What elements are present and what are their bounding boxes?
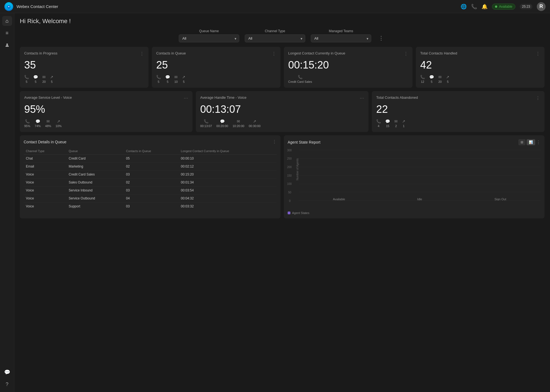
topbar: Webex Contact Center 🌐 📞 🔔 Available 25:… xyxy=(0,0,550,13)
avatar[interactable]: R xyxy=(537,2,546,11)
chart-menu[interactable]: ⋮ xyxy=(536,140,541,145)
avg-service-level-menu[interactable]: ⋯ xyxy=(184,95,188,101)
total-contacts-handled-menu[interactable]: ⋮ xyxy=(536,51,540,56)
tca-social-icon: ↗ xyxy=(402,119,405,124)
cell-contacts: 04 xyxy=(124,194,178,202)
row2-cards: Average Service Level - Voice ⋯ 95% 📞 95… xyxy=(20,91,544,132)
contact-details-title: Contact Details in Queue xyxy=(24,140,67,144)
avg-service-level-value: 95% xyxy=(24,103,188,115)
contacts-in-queue-card: Contacts in Queue ⋮ 25 📞 5 💬 5 ✉ 10 ↗ xyxy=(152,47,280,88)
col-queue: Queue xyxy=(67,148,124,155)
col-contacts-in-queue: Contacts in Queue xyxy=(124,148,178,155)
contact-details-card: Contact Details in Queue ⋮ Channel Type … xyxy=(20,135,280,218)
grid-line-250: 250 xyxy=(299,158,541,159)
managed-teams-select[interactable]: All xyxy=(311,34,371,42)
aht-voice-icon: 📞 xyxy=(204,119,208,124)
longest-contact-menu[interactable]: ⋮ xyxy=(404,51,408,56)
bell-icon[interactable]: 🔔 xyxy=(482,4,488,10)
channel-type-filter: Channel Type All xyxy=(245,29,305,42)
chart-bar-button[interactable]: 📊 xyxy=(527,139,535,145)
sidebar-item-home[interactable]: ⌂ xyxy=(2,16,12,26)
ciq-social-stat: ↗ 5 xyxy=(182,75,185,83)
cell-contacts: 02 xyxy=(124,163,178,171)
cell-queue: Support xyxy=(67,202,124,210)
cell-contacts: 05 xyxy=(124,155,178,163)
queue-name-select[interactable]: All xyxy=(179,34,239,42)
aht-email-icon: ✉ xyxy=(237,119,240,124)
email-icon: ✉ xyxy=(42,75,46,79)
tch-email-stat: ✉ 20 xyxy=(438,75,442,83)
tca-email-stat: ✉ 2 xyxy=(394,119,398,128)
aht-social-icon: ↗ xyxy=(253,119,256,124)
channel-type-select[interactable]: All xyxy=(245,34,305,42)
tca-chat-icon: 💬 xyxy=(385,119,390,124)
tch-email-icon: ✉ xyxy=(438,75,442,79)
app-title: Webex Contact Center xyxy=(16,4,457,9)
sidebar-item-contacts[interactable] xyxy=(2,40,12,50)
sidebar-item-help[interactable]: ? xyxy=(2,379,12,389)
status-label: Available xyxy=(499,5,512,9)
tch-chat-icon: 💬 xyxy=(429,75,434,79)
contact-details-menu[interactable]: ⋮ xyxy=(272,139,277,144)
sidebar-item-chat[interactable]: 💬 xyxy=(2,367,12,377)
table-row: Chat Credit Card 05 00:00:10 xyxy=(24,155,277,163)
social-value: 5 xyxy=(51,80,53,83)
tch-social-stat: ↗ 5 xyxy=(446,75,449,83)
main-content: Hi Rick, Welcome ! Queue Name All Channe… xyxy=(14,13,550,392)
contacts-in-progress-value: 35 xyxy=(24,59,144,71)
social-stat: ↗ 5 xyxy=(50,75,53,83)
sidebar-item-menu[interactable]: ≡ xyxy=(2,28,12,38)
queue-name-label: Queue Name xyxy=(179,29,239,33)
ciq-chat-value: 5 xyxy=(167,80,168,83)
total-contacts-abandoned-value: 22 xyxy=(376,103,540,115)
tca-chat-value: 15 xyxy=(386,124,389,128)
table-row: Voice Sales Outbound 02 00:01:34 xyxy=(24,179,277,187)
asl-social-pct: 10% xyxy=(56,124,62,128)
total-contacts-handled-card: Total Contacts Handled ⋮ 42 📞 12 💬 5 ✉ 2… xyxy=(416,47,544,88)
asl-email-icon: ✉ xyxy=(46,119,50,124)
phone-icon[interactable]: 📞 xyxy=(471,4,477,10)
asl-email-pct: 48% xyxy=(45,124,51,128)
globe-icon[interactable]: 🌐 xyxy=(461,4,467,10)
ciq-voice-icon: 📞 xyxy=(156,75,161,79)
contacts-in-progress-menu[interactable]: ⋮ xyxy=(140,51,144,56)
total-contacts-handled-value: 42 xyxy=(420,59,540,71)
ciq-email-stat: ✉ 10 xyxy=(174,75,178,83)
chart-toolbar: ⊞ 📊 ⋮ xyxy=(518,139,541,145)
avg-service-level-title: Average Service Level - Voice xyxy=(24,95,72,100)
cell-channel: Voice xyxy=(24,202,67,210)
contacts-in-progress-card: Contacts in Progress ⋮ 35 📞 5 💬 5 ✉ 20 xyxy=(20,47,148,88)
topbar-icons: 🌐 📞 🔔 Available 25:23 R xyxy=(461,2,546,11)
total-contacts-abandoned-menu[interactable]: ⋮ xyxy=(536,95,540,101)
managed-teams-label: Managed Teams xyxy=(311,29,371,33)
chart-grid-button[interactable]: ⊞ xyxy=(518,139,526,145)
cell-queue: Sales Outbound xyxy=(67,179,124,187)
asl-chat-stat: 💬 74% xyxy=(35,119,41,128)
asl-chat-icon: 💬 xyxy=(35,119,40,124)
contacts-in-queue-stats: 📞 5 💬 5 ✉ 10 ↗ 5 xyxy=(156,75,276,83)
avg-handle-time-value: 00:13:07 xyxy=(200,103,364,115)
avg-handle-time-menu[interactable]: ⋯ xyxy=(360,95,364,101)
total-contacts-abandoned-stats: 📞 4 💬 15 ✉ 2 ↗ 1 xyxy=(376,119,540,128)
asl-social-icon: ↗ xyxy=(57,119,60,124)
lc-queue-label: Credit Card Sales xyxy=(288,80,312,83)
cell-contacts: 03 xyxy=(124,202,178,210)
ciq-voice-value: 5 xyxy=(158,80,159,83)
filter-more-button[interactable]: ⋮ xyxy=(377,35,386,41)
svg-point-2 xyxy=(8,6,9,7)
tca-voice-value: 4 xyxy=(378,124,379,128)
contacts-in-queue-menu[interactable]: ⋮ xyxy=(272,51,276,56)
app-logo xyxy=(4,2,13,11)
agent-state-chart-card: Agent State Report ⊞ 📊 ⋮ Number of Agent… xyxy=(284,135,544,218)
status-pill[interactable]: Available xyxy=(492,4,515,10)
cell-longest: 00:03:32 xyxy=(179,202,277,210)
avg-service-level-card: Average Service Level - Voice ⋯ 95% 📞 95… xyxy=(20,91,193,132)
tca-social-value: 1 xyxy=(403,124,405,128)
queue-name-filter: Queue Name All xyxy=(179,29,239,42)
cell-contacts: 03 xyxy=(124,187,178,194)
channel-type-label: Channel Type xyxy=(245,29,305,33)
lc-voice-icon: 📞 xyxy=(298,75,302,79)
chart-area: Number of Agents 0 50 100 150 200 250 30… xyxy=(288,149,541,209)
asl-social-stat: ↗ 10% xyxy=(56,119,62,128)
avg-handle-time-card: Average Handle Time - Voice ⋯ 00:13:07 📞… xyxy=(196,91,369,132)
